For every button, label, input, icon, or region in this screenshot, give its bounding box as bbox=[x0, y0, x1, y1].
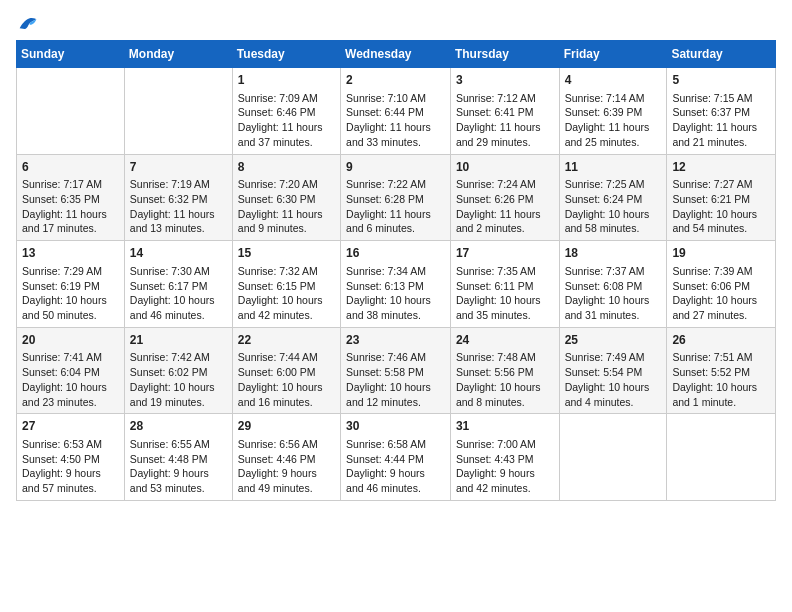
day-info: Sunset: 6:28 PM bbox=[346, 192, 445, 207]
day-info: Daylight: 10 hours and 23 minutes. bbox=[22, 380, 119, 409]
calendar-cell: 18Sunrise: 7:37 AMSunset: 6:08 PMDayligh… bbox=[559, 241, 667, 328]
day-info: Sunrise: 7:32 AM bbox=[238, 264, 335, 279]
day-info: Sunset: 6:17 PM bbox=[130, 279, 227, 294]
day-info: Sunset: 5:52 PM bbox=[672, 365, 770, 380]
day-info: Sunset: 6:26 PM bbox=[456, 192, 554, 207]
day-info: Daylight: 11 hours and 21 minutes. bbox=[672, 120, 770, 149]
day-info: Sunrise: 7:37 AM bbox=[565, 264, 662, 279]
day-number: 26 bbox=[672, 332, 770, 349]
calendar-cell bbox=[124, 68, 232, 155]
day-number: 16 bbox=[346, 245, 445, 262]
day-info: Sunrise: 7:17 AM bbox=[22, 177, 119, 192]
day-number: 5 bbox=[672, 72, 770, 89]
calendar-cell: 30Sunrise: 6:58 AMSunset: 4:44 PMDayligh… bbox=[341, 414, 451, 501]
day-info: Sunrise: 7:30 AM bbox=[130, 264, 227, 279]
day-info: Daylight: 10 hours and 16 minutes. bbox=[238, 380, 335, 409]
day-info: Sunrise: 7:51 AM bbox=[672, 350, 770, 365]
day-info: Sunset: 6:06 PM bbox=[672, 279, 770, 294]
day-info: Sunset: 6:41 PM bbox=[456, 105, 554, 120]
day-info: Sunrise: 7:00 AM bbox=[456, 437, 554, 452]
day-number: 13 bbox=[22, 245, 119, 262]
day-number: 9 bbox=[346, 159, 445, 176]
header-friday: Friday bbox=[559, 41, 667, 68]
header-saturday: Saturday bbox=[667, 41, 776, 68]
calendar-cell: 26Sunrise: 7:51 AMSunset: 5:52 PMDayligh… bbox=[667, 327, 776, 414]
day-info: Sunset: 6:02 PM bbox=[130, 365, 227, 380]
day-info: Sunrise: 7:29 AM bbox=[22, 264, 119, 279]
day-info: Sunset: 6:04 PM bbox=[22, 365, 119, 380]
calendar-cell: 23Sunrise: 7:46 AMSunset: 5:58 PMDayligh… bbox=[341, 327, 451, 414]
calendar-cell: 10Sunrise: 7:24 AMSunset: 6:26 PMDayligh… bbox=[450, 154, 559, 241]
day-info: Sunset: 6:39 PM bbox=[565, 105, 662, 120]
day-number: 10 bbox=[456, 159, 554, 176]
day-info: Sunrise: 7:39 AM bbox=[672, 264, 770, 279]
day-info: Daylight: 11 hours and 9 minutes. bbox=[238, 207, 335, 236]
day-info: Sunset: 5:54 PM bbox=[565, 365, 662, 380]
day-info: Daylight: 10 hours and 58 minutes. bbox=[565, 207, 662, 236]
calendar-week-row: 13Sunrise: 7:29 AMSunset: 6:19 PMDayligh… bbox=[17, 241, 776, 328]
calendar-cell: 19Sunrise: 7:39 AMSunset: 6:06 PMDayligh… bbox=[667, 241, 776, 328]
day-number: 7 bbox=[130, 159, 227, 176]
day-info: Sunrise: 7:48 AM bbox=[456, 350, 554, 365]
day-info: Sunset: 6:19 PM bbox=[22, 279, 119, 294]
day-number: 6 bbox=[22, 159, 119, 176]
day-number: 8 bbox=[238, 159, 335, 176]
day-info: Daylight: 9 hours and 57 minutes. bbox=[22, 466, 119, 495]
day-info: Sunset: 6:13 PM bbox=[346, 279, 445, 294]
day-info: Daylight: 10 hours and 38 minutes. bbox=[346, 293, 445, 322]
day-info: Sunrise: 7:20 AM bbox=[238, 177, 335, 192]
day-info: Sunset: 6:00 PM bbox=[238, 365, 335, 380]
calendar-cell: 20Sunrise: 7:41 AMSunset: 6:04 PMDayligh… bbox=[17, 327, 125, 414]
day-info: Daylight: 11 hours and 33 minutes. bbox=[346, 120, 445, 149]
day-info: Sunrise: 7:24 AM bbox=[456, 177, 554, 192]
calendar-cell: 16Sunrise: 7:34 AMSunset: 6:13 PMDayligh… bbox=[341, 241, 451, 328]
day-number: 2 bbox=[346, 72, 445, 89]
day-info: Daylight: 11 hours and 37 minutes. bbox=[238, 120, 335, 149]
calendar-cell: 3Sunrise: 7:12 AMSunset: 6:41 PMDaylight… bbox=[450, 68, 559, 155]
day-info: Sunrise: 7:49 AM bbox=[565, 350, 662, 365]
day-number: 17 bbox=[456, 245, 554, 262]
calendar-cell bbox=[559, 414, 667, 501]
day-info: Daylight: 10 hours and 31 minutes. bbox=[565, 293, 662, 322]
day-info: Sunrise: 7:46 AM bbox=[346, 350, 445, 365]
day-info: Sunrise: 7:44 AM bbox=[238, 350, 335, 365]
day-number: 23 bbox=[346, 332, 445, 349]
day-number: 4 bbox=[565, 72, 662, 89]
day-info: Sunrise: 7:27 AM bbox=[672, 177, 770, 192]
day-info: Daylight: 9 hours and 49 minutes. bbox=[238, 466, 335, 495]
day-info: Sunrise: 7:19 AM bbox=[130, 177, 227, 192]
calendar-cell: 7Sunrise: 7:19 AMSunset: 6:32 PMDaylight… bbox=[124, 154, 232, 241]
day-number: 3 bbox=[456, 72, 554, 89]
calendar-cell: 6Sunrise: 7:17 AMSunset: 6:35 PMDaylight… bbox=[17, 154, 125, 241]
day-info: Sunrise: 6:58 AM bbox=[346, 437, 445, 452]
day-info: Sunset: 4:48 PM bbox=[130, 452, 227, 467]
day-info: Sunrise: 7:10 AM bbox=[346, 91, 445, 106]
day-number: 29 bbox=[238, 418, 335, 435]
calendar-cell: 28Sunrise: 6:55 AMSunset: 4:48 PMDayligh… bbox=[124, 414, 232, 501]
day-info: Daylight: 11 hours and 25 minutes. bbox=[565, 120, 662, 149]
day-info: Daylight: 9 hours and 53 minutes. bbox=[130, 466, 227, 495]
header-tuesday: Tuesday bbox=[232, 41, 340, 68]
calendar-cell: 14Sunrise: 7:30 AMSunset: 6:17 PMDayligh… bbox=[124, 241, 232, 328]
day-info: Sunrise: 6:55 AM bbox=[130, 437, 227, 452]
calendar-cell: 1Sunrise: 7:09 AMSunset: 6:46 PMDaylight… bbox=[232, 68, 340, 155]
day-number: 31 bbox=[456, 418, 554, 435]
day-info: Daylight: 10 hours and 54 minutes. bbox=[672, 207, 770, 236]
day-info: Daylight: 10 hours and 4 minutes. bbox=[565, 380, 662, 409]
day-info: Daylight: 10 hours and 50 minutes. bbox=[22, 293, 119, 322]
day-info: Sunrise: 7:35 AM bbox=[456, 264, 554, 279]
day-number: 21 bbox=[130, 332, 227, 349]
day-number: 15 bbox=[238, 245, 335, 262]
day-info: Daylight: 9 hours and 46 minutes. bbox=[346, 466, 445, 495]
day-info: Sunrise: 6:53 AM bbox=[22, 437, 119, 452]
day-info: Sunset: 6:35 PM bbox=[22, 192, 119, 207]
logo-bird-icon bbox=[18, 16, 38, 32]
calendar-week-row: 6Sunrise: 7:17 AMSunset: 6:35 PMDaylight… bbox=[17, 154, 776, 241]
day-info: Sunset: 5:56 PM bbox=[456, 365, 554, 380]
calendar-cell: 8Sunrise: 7:20 AMSunset: 6:30 PMDaylight… bbox=[232, 154, 340, 241]
logo bbox=[16, 16, 38, 32]
day-info: Sunrise: 7:09 AM bbox=[238, 91, 335, 106]
day-info: Sunrise: 7:25 AM bbox=[565, 177, 662, 192]
calendar-cell: 25Sunrise: 7:49 AMSunset: 5:54 PMDayligh… bbox=[559, 327, 667, 414]
day-info: Daylight: 10 hours and 8 minutes. bbox=[456, 380, 554, 409]
